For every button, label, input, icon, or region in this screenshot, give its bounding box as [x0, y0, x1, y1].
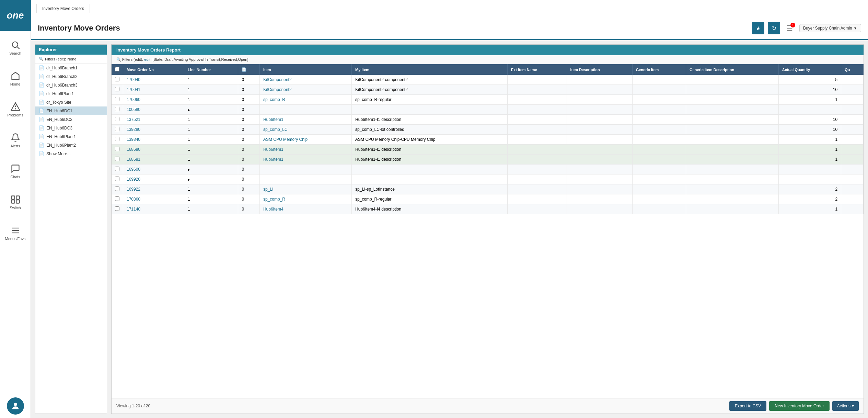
- ext-item-name-cell: [507, 145, 567, 155]
- row-checkbox[interactable]: [115, 107, 119, 111]
- explorer-item-7[interactable]: 📄 EN_Hub6DC3: [35, 124, 107, 132]
- move-order-no-link[interactable]: 137521: [127, 117, 140, 122]
- viewing-text: Viewing 1-20 of 20: [116, 404, 150, 408]
- move-order-no-cell: 170360: [123, 194, 184, 204]
- explorer-item-9[interactable]: 📄 EN_Hub6Plant2: [35, 141, 107, 149]
- row-checkbox[interactable]: [115, 127, 119, 131]
- row-checkbox-cell: [112, 135, 123, 145]
- explorer-item-8[interactable]: 📄 EN_Hub6Plant1: [35, 132, 107, 141]
- sidebar-item-search[interactable]: Search: [0, 32, 31, 63]
- explorer-item-2[interactable]: 📄 dr_Hub6Branch3: [35, 81, 107, 89]
- explorer-item-0[interactable]: 📄 dr_Hub6Branch1: [35, 64, 107, 72]
- user-dropdown[interactable]: Buyer Supply Chain Admin ▾: [799, 24, 861, 32]
- row-checkbox[interactable]: [115, 177, 119, 181]
- move-order-no-link[interactable]: 170041: [127, 87, 140, 92]
- explorer-item-3[interactable]: 📄 dr_Hub6Plant1: [35, 89, 107, 98]
- item-link[interactable]: KitComponent2: [263, 77, 292, 82]
- move-order-no-link[interactable]: 170360: [127, 197, 140, 202]
- move-order-no-link[interactable]: 168680: [127, 147, 140, 152]
- svg-rect-7: [16, 200, 19, 203]
- generic-item-cell: [632, 105, 686, 115]
- move-order-no-link[interactable]: 100580: [127, 107, 140, 112]
- qu-cell: [841, 135, 864, 145]
- actions-label: Actions: [837, 404, 850, 408]
- row-checkbox[interactable]: [115, 187, 119, 191]
- row-checkbox[interactable]: [115, 137, 119, 141]
- my-item-cell: Hub6Item1-I1 description: [352, 145, 508, 155]
- table-row: 17004110KitComponent2KitComponent2-compo…: [112, 85, 864, 95]
- move-order-no-link[interactable]: 170040: [127, 77, 140, 82]
- qu-cell: [841, 184, 864, 194]
- actions-button[interactable]: Actions ▾: [832, 401, 859, 411]
- explorer-panel: Explorer 🔍 Filters (edit): None 📄 dr_Hub…: [35, 44, 107, 414]
- sidebar-item-chats[interactable]: Chats: [0, 156, 31, 187]
- item-link[interactable]: sp_comp_R: [263, 97, 285, 102]
- export-csv-button[interactable]: Export to CSV: [729, 401, 766, 411]
- app-logo[interactable]: one: [0, 0, 31, 31]
- generic-item-cell: [632, 75, 686, 85]
- row-checkbox[interactable]: [115, 157, 119, 161]
- menu-button[interactable]: ☰ 1: [784, 22, 796, 34]
- sidebar-item-alerts[interactable]: Alerts: [0, 125, 31, 156]
- select-all-checkbox[interactable]: [115, 67, 119, 71]
- item-link[interactable]: Hub6Item1: [263, 147, 283, 152]
- inventory-move-orders-tab[interactable]: Inventory Move Orders: [36, 4, 90, 13]
- move-order-no-link[interactable]: 171140: [127, 207, 140, 212]
- switch-icon: [11, 195, 20, 204]
- item-link[interactable]: sp_comp_R: [263, 197, 285, 202]
- item-link[interactable]: ASM CPU Memory Chip: [263, 137, 308, 142]
- row-checkbox[interactable]: [115, 147, 119, 151]
- row-checkbox[interactable]: [115, 167, 119, 171]
- table-row: 13752110Hub6Item1Hub6Item1-I1 descriptio…: [112, 115, 864, 125]
- user-avatar[interactable]: [7, 397, 24, 415]
- line-number-cell: ▶: [184, 174, 238, 184]
- item-link[interactable]: sp_comp_LC: [263, 127, 288, 132]
- sidebar-item-home[interactable]: Home: [0, 63, 31, 94]
- row-checkbox[interactable]: [115, 87, 119, 91]
- refresh-button[interactable]: ↻: [768, 22, 780, 34]
- explorer-item-4[interactable]: 📄 dr_Tokyo Site: [35, 98, 107, 106]
- item-link[interactable]: KitComponent2: [263, 87, 292, 92]
- doc-icon-3: 📄: [39, 91, 44, 96]
- my-item-cell: sp_comp_LC-lot controlled: [352, 125, 508, 135]
- explorer-item-5[interactable]: 📄 EN_Hub6DC1: [35, 106, 107, 115]
- explorer-item-label-8: EN_Hub6Plant1: [46, 134, 76, 139]
- ext-item-name-cell: [507, 85, 567, 95]
- move-order-no-link[interactable]: 170060: [127, 97, 140, 102]
- actual-quantity-cell: [778, 165, 841, 174]
- item-cell: Hub6Item4: [259, 204, 351, 214]
- new-inventory-move-order-button[interactable]: New Inventory Move Order: [769, 401, 829, 411]
- sidebar-item-menus[interactable]: Menus/Favs: [0, 218, 31, 249]
- move-order-no-link[interactable]: 169920: [127, 177, 140, 182]
- sidebar-item-problems[interactable]: Problems: [0, 94, 31, 125]
- move-order-no-link[interactable]: 169922: [127, 187, 140, 192]
- actual-quantity-cell: 10: [778, 115, 841, 125]
- move-order-no-link[interactable]: 169600: [127, 167, 140, 172]
- move-order-no-link[interactable]: 168681: [127, 157, 140, 162]
- doc-cell: 0: [238, 105, 259, 115]
- row-checkbox[interactable]: [115, 117, 119, 121]
- report-title: Inventory Move Orders Report: [116, 47, 181, 53]
- doc-cell: 0: [238, 85, 259, 95]
- item-link[interactable]: Hub6Item4: [263, 207, 283, 212]
- explorer-item-6[interactable]: 📄 EN_Hub6DC2: [35, 115, 107, 124]
- explorer-item-show-more[interactable]: 📄 Show More...: [35, 149, 107, 158]
- explorer-item-1[interactable]: 📄 dr_Hub6Branch2: [35, 72, 107, 81]
- my-item-cell: ASM CPU Memory Chip-CPU Memory Chip: [352, 135, 508, 145]
- report-filters-edit-link[interactable]: edit: [144, 57, 150, 61]
- row-checkbox[interactable]: [115, 206, 119, 211]
- item-link[interactable]: Hub6Item1: [263, 157, 283, 162]
- col-checkbox: [112, 64, 123, 75]
- row-checkbox[interactable]: [115, 77, 119, 81]
- item-cell: sp_comp_R: [259, 194, 351, 204]
- sidebar-item-switch[interactable]: Switch: [0, 187, 31, 218]
- item-description-cell: [567, 105, 632, 115]
- favorite-button[interactable]: ★: [752, 22, 764, 34]
- item-link[interactable]: sp_LI: [263, 187, 273, 192]
- item-link[interactable]: Hub6Item1: [263, 117, 283, 122]
- move-order-no-link[interactable]: 139280: [127, 127, 140, 132]
- row-checkbox[interactable]: [115, 97, 119, 101]
- row-checkbox[interactable]: [115, 196, 119, 201]
- move-order-no-link[interactable]: 139340: [127, 137, 140, 142]
- item-cell: KitComponent2: [259, 85, 351, 95]
